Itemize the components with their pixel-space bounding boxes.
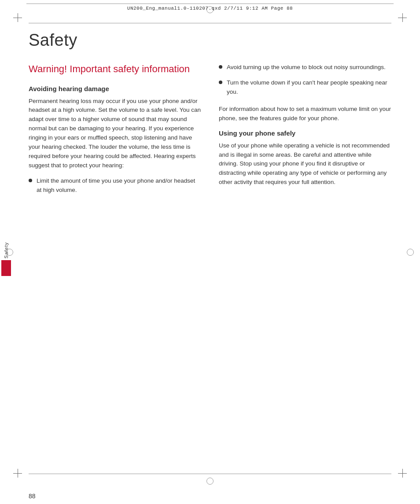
two-col-layout: Warning! Important safety information Av…	[29, 63, 391, 201]
bullet-dot-icon	[219, 65, 222, 69]
side-tab-bar	[1, 260, 11, 276]
header-file-info: UN200_Eng_manual1.0-110207.qxd 2/7/11 9:…	[127, 6, 293, 11]
page-title: Safety	[29, 31, 391, 50]
page-container: UN200_Eng_manual1.0-110207.qxd 2/7/11 9:…	[0, 0, 420, 504]
reg-mark-tl	[13, 13, 22, 22]
bottom-separator-line	[29, 474, 391, 474]
side-tab-label: Safety	[4, 242, 9, 258]
list-item: Turn the volume down if you can't hear p…	[219, 78, 391, 97]
right-middle-text: For information about how to set a maxim…	[219, 105, 391, 123]
list-item: Avoid turning up the volume to block out…	[219, 63, 391, 72]
left-column: Warning! Important safety information Av…	[29, 63, 201, 201]
bullet-dot-icon	[219, 81, 222, 84]
main-content: Safety Warning! Important safety informa…	[29, 31, 391, 473]
right-column: Avoid turning up the volume to block out…	[219, 63, 391, 201]
page-number: 88	[29, 493, 36, 500]
reg-circle-right	[407, 249, 414, 256]
bullet-text-1: Limit the amount of time you use your ph…	[37, 177, 201, 195]
reg-mark-tr	[398, 13, 407, 22]
left-bullet-list: Limit the amount of time you use your ph…	[29, 177, 201, 195]
right-bullet-text-2: Turn the volume down if you can't hear p…	[227, 78, 391, 97]
header-bar: UN200_Eng_manual1.0-110207.qxd 2/7/11 9:…	[26, 4, 394, 11]
warning-heading: Warning! Important safety information	[29, 63, 201, 75]
right-bullet-text-1: Avoid turning up the volume to block out…	[227, 63, 386, 72]
reg-mark-bl	[13, 469, 22, 478]
right-top-bullet-list: Avoid turning up the volume to block out…	[219, 63, 391, 97]
side-tab: Safety	[0, 242, 12, 276]
avoiding-hearing-damage-heading: Avoiding hearing damage	[29, 85, 201, 92]
using-phone-safely-heading: Using your phone safely	[219, 129, 391, 137]
avoiding-hearing-damage-body: Permanent hearing loss may occur if you …	[29, 97, 201, 170]
list-item: Limit the amount of time you use your ph…	[29, 177, 201, 195]
using-phone-safely-body: Use of your phone while operating a vehi…	[219, 141, 391, 188]
reg-mark-br	[398, 469, 407, 478]
reg-circle-bottom	[206, 478, 214, 485]
top-separator-line	[29, 23, 391, 23]
bullet-dot-icon	[29, 179, 32, 182]
